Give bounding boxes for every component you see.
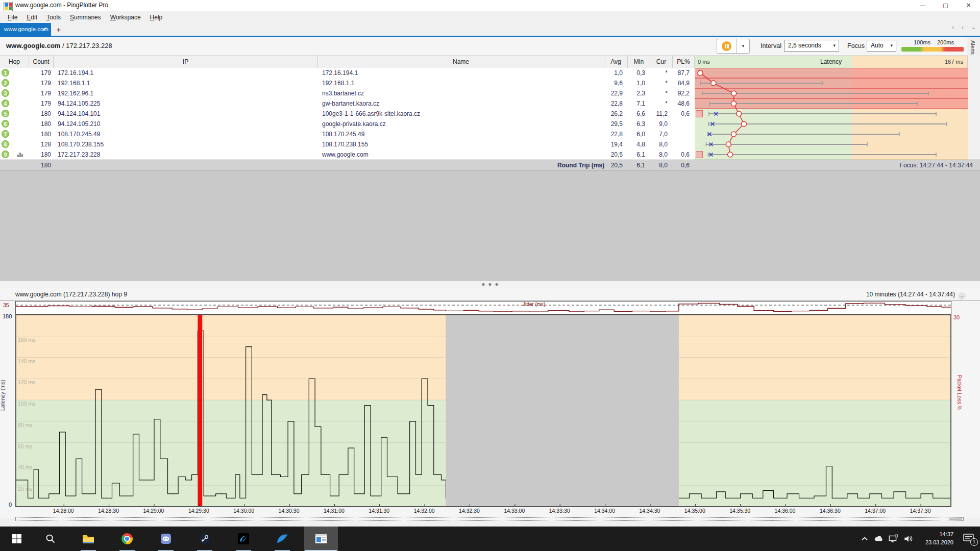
hop-row-3[interactable]: 3179192.162.96.1ns3.bartanet.cz22,92,3*9… <box>0 88 968 98</box>
packet-loss-band <box>695 98 968 109</box>
latency-time-plot[interactable]: 160 ms140 ms120 ms100 ms80 ms60 ms40 ms2… <box>15 314 951 507</box>
pause-button[interactable] <box>717 39 737 54</box>
start-button[interactable] <box>0 527 34 551</box>
table-header: Hop Count IP Name Avg Min Cur PL% 0 ms L… <box>0 55 968 69</box>
legend-100ms: 100ms <box>914 39 930 45</box>
onedrive-cloud-icon[interactable] <box>874 534 884 544</box>
hop-row-8[interactable]: 8128108.170.238.155108.170.238.15519,44,… <box>0 139 968 149</box>
divider <box>0 300 980 300</box>
cell-min: 6,0 <box>628 129 650 139</box>
cell-name: www.google.com <box>318 149 604 160</box>
hop-row-9[interactable]: 9180172.217.23.228www.google.com20,56,18… <box>0 149 968 160</box>
time-tick-label: 14:32:30 <box>451 508 487 514</box>
header-ip[interactable]: IP <box>54 56 318 68</box>
graph-range-selector[interactable]: 10 minutes (14:27:44 - 14:37:44)⌄ <box>866 291 966 300</box>
chevron-down-icon: ▾ <box>833 40 836 51</box>
latency-cell <box>695 68 968 78</box>
header-pl[interactable]: PL% <box>673 56 695 68</box>
scrollbar-handle[interactable] <box>949 518 962 520</box>
cell-name: ns3.bartanet.cz <box>318 88 604 98</box>
header-avg[interactable]: Avg <box>604 56 628 68</box>
cell-count: 179 <box>29 68 54 78</box>
svg-text:80 ms: 80 ms <box>18 422 33 428</box>
taskbar-pingplotter-active[interactable] <box>304 527 338 551</box>
focus-select[interactable]: Auto▾ <box>867 40 896 52</box>
hop-row-5[interactable]: 518094.124.104.101100ge3-1-1-666.asr9k-s… <box>0 109 968 119</box>
rt-pl: 0,6 <box>673 160 695 170</box>
hop-row-6[interactable]: 618094.124.105.210google-private.kaora.c… <box>0 119 968 129</box>
jitter-graph: Jitter (ms) <box>15 301 951 314</box>
cell-avg: 22,9 <box>604 88 628 98</box>
taskbar-steam[interactable] <box>188 527 222 551</box>
speaker-icon[interactable] <box>903 534 914 544</box>
new-tab-button[interactable]: + <box>53 23 64 35</box>
menu-bar: FileEditToolsSummariesWorkspaceHelp <box>0 11 980 23</box>
latency-axis-max: 180 <box>3 313 12 319</box>
menu-edit[interactable]: Edit <box>22 14 42 21</box>
cell-count: 180 <box>29 109 54 119</box>
notification-center-button[interactable]: 1 <box>963 533 976 544</box>
taskbar-discord[interactable] <box>149 527 183 551</box>
network-icon[interactable] <box>888 534 898 544</box>
menu-help[interactable]: Help <box>145 14 167 21</box>
interval-select[interactable]: 2,5 seconds▾ <box>784 40 839 52</box>
cell-min: 6,3 <box>628 119 650 129</box>
menu-summaries[interactable]: Summaries <box>65 14 106 21</box>
pane-splitter[interactable] <box>0 281 980 288</box>
check-icon: ✔ <box>42 23 47 36</box>
clock-date: 23.03.2020 <box>922 538 953 546</box>
taskbar-chrome[interactable] <box>110 527 144 551</box>
hop-row-1[interactable]: 1179172.16.194.1172.16.194.11,00,3*87,7 <box>0 68 968 78</box>
hop-number-badge: 3 <box>2 89 9 97</box>
time-tick-label: 14:31:30 <box>361 508 397 514</box>
svg-text:40 ms: 40 ms <box>18 464 33 470</box>
latency-scale-max: 167 ms <box>945 56 963 68</box>
cell-min: 4,8 <box>628 139 650 149</box>
svg-text:160 ms: 160 ms <box>18 337 35 343</box>
cell-min: 6,1 <box>628 149 650 160</box>
taskbar-wireshark[interactable] <box>265 527 299 551</box>
pause-dropdown-button[interactable]: ▾ <box>737 39 750 54</box>
menu-tools[interactable]: Tools <box>42 14 65 21</box>
menu-file[interactable]: File <box>3 14 22 21</box>
menu-workspace[interactable]: Workspace <box>106 14 145 21</box>
minimize-button[interactable]: — <box>911 0 934 11</box>
cell-ip: 172.16.194.1 <box>54 68 318 78</box>
taskbar-file-explorer[interactable] <box>71 527 105 551</box>
header-count[interactable]: Count <box>29 56 54 68</box>
taskbar-clock[interactable]: 14:37 23.03.2020 <box>922 530 953 546</box>
hop-row-4[interactable]: 417994.124.105.225gw-bartanet.kaora.cz22… <box>0 98 968 109</box>
steam-icon <box>199 533 210 544</box>
header-cur[interactable]: Cur <box>650 56 673 68</box>
hop-row-7[interactable]: 7180108.170.245.49108.170.245.4922,86,07… <box>0 129 968 139</box>
cell-ip: 192.168.1.1 <box>54 78 318 88</box>
hop-row-2[interactable]: 2179192.168.1.1192.168.1.19,61,0*84,9 <box>0 78 968 88</box>
time-tick-label: 14:37:00 <box>857 508 893 514</box>
close-button[interactable]: ✕ <box>957 0 980 11</box>
title-bar: www.google.com - PingPlotter Pro — ▢ ✕ <box>0 0 980 12</box>
cell-pl: 0,6 <box>673 149 695 160</box>
tab-scroll-arrows[interactable]: ‹ › ⌄ <box>952 24 979 31</box>
cell-pl: 92,2 <box>673 88 695 98</box>
header-hop[interactable]: Hop <box>0 56 29 68</box>
header-min[interactable]: Min <box>628 56 650 68</box>
header-name[interactable]: Name <box>318 56 604 68</box>
maximize-button[interactable]: ▢ <box>934 0 957 11</box>
taskbar-battlenet[interactable] <box>227 527 260 551</box>
taskbar-search-button[interactable] <box>34 527 67 551</box>
cell-cur: * <box>650 78 673 88</box>
cell-count: 179 <box>29 98 54 109</box>
hop-number-badge: 5 <box>2 110 9 117</box>
svg-text:60 ms: 60 ms <box>18 443 33 449</box>
svg-text:140 ms: 140 ms <box>18 358 35 364</box>
cell-cur: * <box>650 68 673 78</box>
graph-scrollbar[interactable] <box>15 517 964 521</box>
rt-count: 180 <box>29 160 54 170</box>
tab-www-google-com[interactable]: www.google.com ✔ <box>0 23 51 36</box>
tray-chevron-up-icon[interactable] <box>860 534 870 544</box>
chevron-down-icon: ▾ <box>890 40 893 51</box>
cell-cur: 7,0 <box>650 129 673 139</box>
cell-min: 2,3 <box>628 88 650 98</box>
cell-avg: 22,8 <box>604 98 628 109</box>
latency-cell <box>695 88 968 98</box>
